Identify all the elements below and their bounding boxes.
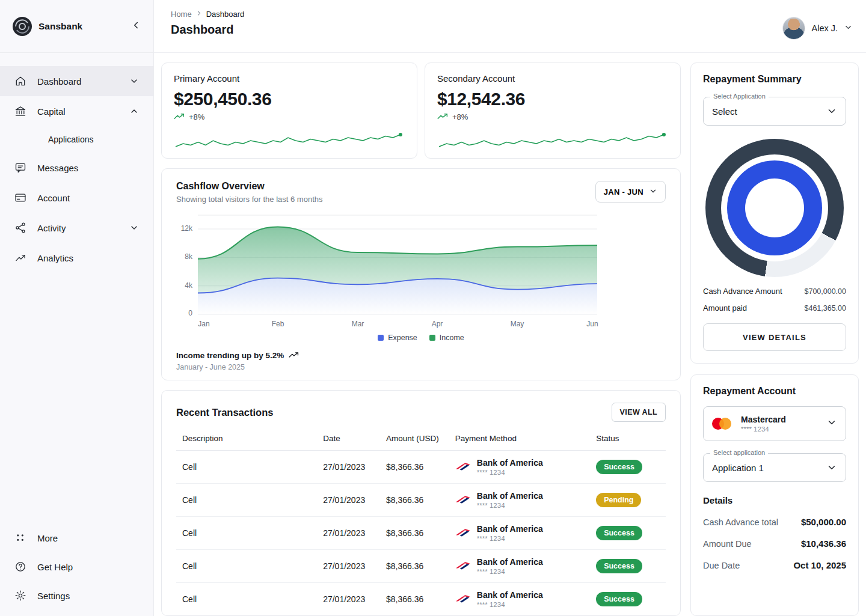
x-tick: Feb (272, 320, 284, 328)
legend-label: Expense (388, 334, 417, 342)
sidebar-header: Sansbank (0, 0, 153, 53)
bank-name: Bank of America (477, 557, 543, 567)
sidebar-item-get-help[interactable]: Get Help (0, 552, 153, 581)
sidebar-item-analytics[interactable]: Analytics (0, 243, 153, 273)
detail-cash-advance-total: Cash Advance total $50,000.00 (703, 517, 846, 527)
expense-swatch (378, 335, 384, 341)
content: Primary Account $250,450.36 +8% Secondar… (154, 53, 866, 616)
chevron-up-icon (129, 106, 139, 116)
payment-card-select[interactable]: Mastercard **** 1234 (703, 406, 846, 441)
chevron-down-icon (826, 106, 837, 117)
x-tick: Mar (352, 320, 364, 328)
repayment-application-select[interactable]: Select application Application 1 (703, 453, 846, 482)
chat-icon (14, 162, 26, 174)
sidebar-collapse-button[interactable] (128, 17, 144, 35)
cashflow-subtitle: Showing total visitors for the last 6 mo… (176, 195, 323, 204)
bank-of-america-icon (455, 528, 471, 539)
detail-value: Oct 10, 2025 (793, 560, 846, 570)
cell-description: Cell (176, 451, 317, 484)
repayment-summary-card: Repayment Summary Select Application Sel… (690, 63, 859, 364)
x-tick: Jan (198, 320, 209, 328)
gear-icon (14, 590, 26, 602)
bank-name: Bank of America (477, 458, 543, 468)
sidebar-item-capital[interactable]: Capital (0, 96, 153, 126)
cell-date: 27/01/2023 (317, 451, 380, 484)
x-tick: Apr (432, 320, 443, 328)
cell-amount: $8,366.36 (380, 451, 449, 484)
donut-center (745, 178, 804, 237)
sidebar-item-settings[interactable]: Settings (0, 581, 153, 610)
cell-amount: $8,366.36 (380, 484, 449, 517)
bank-name: Bank of America (477, 524, 543, 534)
sidebar-item-account[interactable]: Account (0, 183, 153, 213)
right-column: Repayment Summary Select Application Sel… (690, 63, 859, 616)
table-row[interactable]: Cell 27/01/2023 $8,366.36 Bank of Americ… (176, 517, 666, 550)
repayment-summary-title: Repayment Summary (703, 74, 846, 85)
table-row[interactable]: Cell 27/01/2023 $8,366.36 Bank of Americ… (176, 583, 666, 616)
account-sparkline (437, 130, 668, 150)
select-label: Select application (710, 449, 768, 456)
application-select[interactable]: Select Application Select (703, 97, 846, 126)
y-tick: 0 (188, 310, 192, 317)
table-row[interactable]: Cell 27/01/2023 $8,366.36 Bank of Americ… (176, 550, 666, 583)
legend-label: Income (440, 334, 464, 342)
legend-income: Income (429, 334, 464, 342)
status-badge: Success (596, 460, 642, 474)
card-digits: **** 1234 (477, 601, 543, 608)
sidebar-item-messages[interactable]: Messages (0, 153, 153, 183)
analytics-chart-icon (14, 252, 26, 264)
breadcrumb-home[interactable]: Home (171, 10, 192, 19)
sidebar-item-activity[interactable]: Activity (0, 213, 153, 243)
trend-up-icon (174, 112, 185, 121)
primary-account-card: Primary Account $250,450.36 +8% (161, 63, 417, 159)
cashflow-trend-note: Income trending up by 5.2% (176, 351, 666, 360)
status-badge: Success (596, 559, 642, 573)
table-row[interactable]: Cell 27/01/2023 $8,366.36 Bank of Americ… (176, 451, 666, 484)
status-badge: Pending (596, 493, 641, 507)
sidebar-item-label: Messages (37, 163, 78, 173)
column-header: Description (176, 427, 317, 451)
sidebar-item-applications[interactable]: Applications (0, 126, 153, 153)
stat-value: $461,365.00 (804, 304, 846, 313)
user-name: Alex J. (811, 23, 838, 33)
stat-label: Cash Advance Amount (703, 287, 782, 296)
account-change: +8% (189, 112, 204, 121)
account-change: +8% (452, 112, 468, 121)
trend-up-icon (289, 351, 299, 360)
account-balance: $250,450.36 (174, 89, 405, 109)
table-row[interactable]: Cell 27/01/2023 $8,366.36 Bank of Americ… (176, 484, 666, 517)
bank-of-america-icon (455, 462, 471, 473)
sidebar-item-more[interactable]: More (0, 523, 153, 552)
cell-amount: $8,366.36 (380, 550, 449, 583)
column-header: Amount (USD) (380, 427, 449, 451)
chart-legend: Expense Income (176, 334, 666, 342)
sidebar-item-label: Capital (37, 106, 66, 117)
select-value: Application 1 (712, 463, 764, 473)
x-axis-labels: Jan Feb Mar Apr May Jun (198, 317, 597, 329)
view-details-button[interactable]: VIEW DETAILS (703, 323, 846, 351)
cell-amount: $8,366.36 (380, 517, 449, 550)
view-all-button[interactable]: VIEW ALL (612, 403, 666, 422)
column-header: Status (590, 427, 666, 451)
date-range-dropdown[interactable]: JAN - JUN (595, 181, 666, 203)
page-title: Dashboard (171, 23, 244, 37)
breadcrumb-current: Dashboard (206, 10, 245, 19)
home-icon (14, 75, 26, 87)
card-info: Mastercard **** 1234 (741, 415, 786, 433)
detail-label: Amount Due (703, 539, 752, 549)
detail-label: Due Date (703, 561, 740, 570)
user-menu[interactable]: Alex J. (782, 17, 853, 40)
sidebar-item-label: Account (37, 193, 70, 203)
breadcrumb: Home Dashboard (171, 10, 244, 19)
secondary-account-card: Secondary Account $12,542.36 +8% (425, 63, 681, 159)
bank-of-america-icon (455, 495, 471, 506)
cell-description: Cell (176, 583, 317, 616)
card-digits: **** 1234 (477, 535, 543, 542)
trend-text: Income trending up by 5.2% (176, 351, 284, 360)
card-digits: **** 1234 (741, 425, 786, 433)
sidebar-item-dashboard[interactable]: Dashboard (0, 66, 153, 96)
card-digits: **** 1234 (477, 502, 543, 509)
column-header: Payment Method (449, 427, 590, 451)
cell-description: Cell (176, 517, 317, 550)
transactions-table: Description Date Amount (USD) Payment Me… (176, 427, 666, 616)
